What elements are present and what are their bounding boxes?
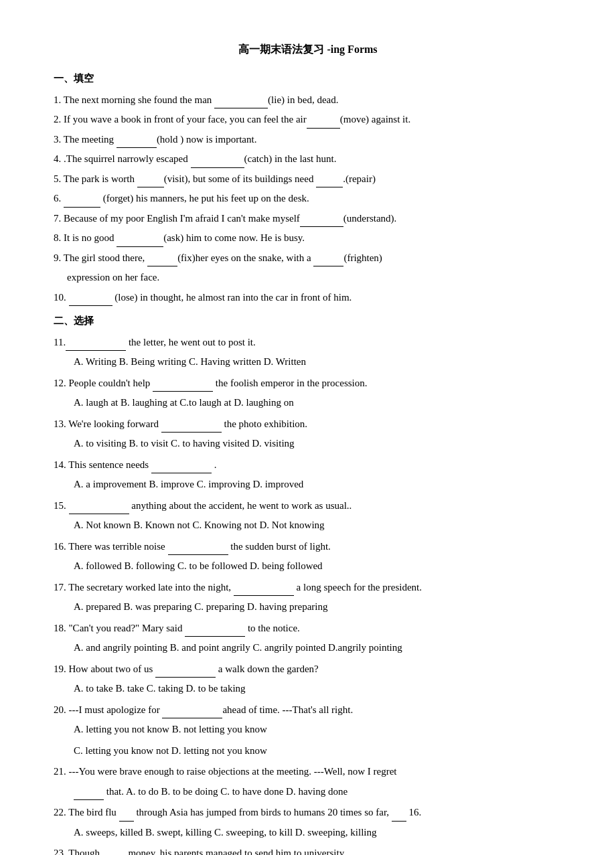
q14-options: A. a improvement B. improve C. improving… bbox=[74, 476, 562, 493]
q11: 11. the letter, he went out to post it. bbox=[54, 334, 562, 352]
q11-options: A. Writing B. Being writing C. Having wr… bbox=[74, 354, 562, 371]
q18-options: A. and angrily pointing B. and point ang… bbox=[74, 639, 562, 657]
q21-options: that. A. to do B. to be doing C. to have… bbox=[74, 783, 562, 801]
q22: 22. The bird flu through Asia has jumped… bbox=[54, 804, 562, 822]
q10: 10. (lose) in thought, he almost ran int… bbox=[54, 289, 562, 307]
q4: 4. .The squirrel narrowly escaped (catch… bbox=[54, 151, 562, 168]
q17: 17. The secretary worked late into the n… bbox=[54, 579, 562, 597]
q5: 5. The park is worth (visit), but some o… bbox=[54, 171, 562, 188]
q9a: 9. The girl stood there, (fix)her eyes o… bbox=[54, 250, 562, 267]
q13-options: A. to visiting B. to visit C. to having … bbox=[74, 435, 562, 453]
q19-options: A. to take B. take C. taking D. to be ta… bbox=[74, 680, 562, 698]
page-title: 高一期末语法复习 -ing Forms bbox=[54, 40, 562, 58]
section1-header: 一、填空 bbox=[54, 70, 562, 88]
q16-options: A. followed B. following C. to be follow… bbox=[74, 558, 562, 575]
q6: 6. (forget) his manners, he put his feet… bbox=[54, 190, 562, 208]
q20-options: A. letting you not know B. not letting y… bbox=[74, 721, 562, 739]
q12-options: A. laugh at B. laughing at C.to laugh at… bbox=[74, 394, 562, 412]
q13: 13. We're looking forward the photo exhi… bbox=[54, 416, 562, 433]
q22-options: A. sweeps, killed B. swept, killing C. s… bbox=[74, 824, 562, 842]
q23: 23. Though money, his parents managed to… bbox=[54, 845, 562, 855]
fill-questions: 1. The next morning she found the man (l… bbox=[54, 92, 562, 307]
q15-options: A. Not known B. Known not C. Knowing not… bbox=[74, 517, 562, 534]
q18: 18. "Can't you read?" Mary said to the n… bbox=[54, 620, 562, 637]
q21: 21. ---You were brave enough to raise ob… bbox=[54, 763, 562, 781]
q19: 19. How about two of us a walk down the … bbox=[54, 661, 562, 678]
q8: 8. It is no good (ask) him to come now. … bbox=[54, 230, 562, 247]
q9b: expression on her face. bbox=[54, 269, 562, 287]
q3: 3. The meeting (hold ) now is important. bbox=[54, 131, 562, 149]
q15: 15. anything about the accident, he went… bbox=[54, 497, 562, 515]
q17-options: A. prepared B. was preparing C. preparin… bbox=[74, 599, 562, 616]
q14: 14. This sentence needs . bbox=[54, 457, 562, 474]
q2: 2. If you wave a book in front of your f… bbox=[54, 111, 562, 129]
q12: 12. People couldn't help the foolish emp… bbox=[54, 375, 562, 392]
q16: 16. There was terrible noise the sudden … bbox=[54, 538, 562, 556]
q7: 7. Because of my poor English I'm afraid… bbox=[54, 210, 562, 228]
q20-options2: C. letting you know not D. letting not y… bbox=[74, 743, 562, 760]
q1: 1. The next morning she found the man (l… bbox=[54, 92, 562, 109]
section2-header: 二、选择 bbox=[54, 313, 562, 330]
choice-questions: 11. the letter, he went out to post it. … bbox=[54, 334, 562, 855]
q20: 20. ---I must apologize for ahead of tim… bbox=[54, 702, 562, 719]
